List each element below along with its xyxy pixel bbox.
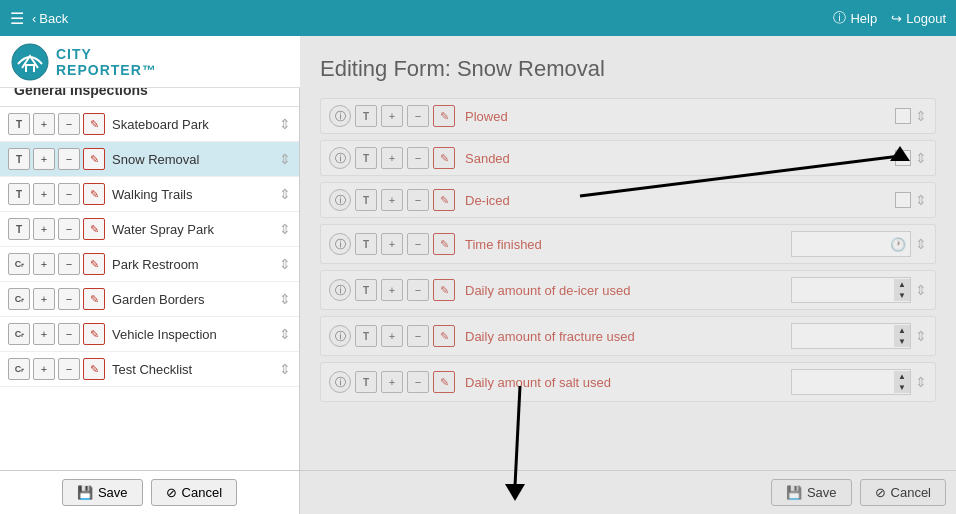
type-button[interactable]: Cᵣ	[8, 323, 30, 345]
sidebar-cancel-button[interactable]: ⊘ Cancel	[151, 479, 237, 506]
add-button[interactable]: +	[33, 253, 55, 275]
add-button[interactable]: +	[33, 183, 55, 205]
spinner-down[interactable]: ▼	[894, 290, 910, 301]
drag-handle[interactable]: ⇕	[279, 186, 291, 202]
spinner-up[interactable]: ▲	[894, 325, 910, 336]
drag-handle[interactable]: ⇕	[279, 221, 291, 237]
edit-button[interactable]: ✎	[83, 218, 105, 240]
type-button[interactable]: T	[8, 183, 30, 205]
type-button[interactable]: T	[8, 113, 30, 135]
type-button[interactable]: T	[355, 325, 377, 347]
remove-button[interactable]: −	[407, 279, 429, 301]
checkbox-input[interactable]	[895, 192, 911, 208]
remove-button[interactable]: −	[407, 189, 429, 211]
remove-button[interactable]: −	[407, 147, 429, 169]
edit-button[interactable]: ✎	[433, 371, 455, 393]
edit-button[interactable]: ✎	[83, 148, 105, 170]
drag-handle[interactable]: ⇕	[915, 282, 927, 298]
drag-handle[interactable]: ⇕	[915, 236, 927, 252]
spinner-up[interactable]: ▲	[894, 279, 910, 290]
number-input[interactable]: ▲ ▼	[791, 369, 911, 395]
spinner-up[interactable]: ▲	[894, 371, 910, 382]
add-button[interactable]: +	[33, 288, 55, 310]
drag-handle[interactable]: ⇕	[279, 151, 291, 167]
remove-button[interactable]: −	[58, 148, 80, 170]
time-input[interactable]: 🕐	[791, 231, 911, 257]
type-button[interactable]: T	[355, 105, 377, 127]
drag-handle[interactable]: ⇕	[279, 326, 291, 342]
type-button[interactable]: T	[355, 279, 377, 301]
add-button[interactable]: +	[33, 148, 55, 170]
checkbox-input[interactable]	[895, 150, 911, 166]
type-button[interactable]: T	[8, 218, 30, 240]
spinner-down[interactable]: ▼	[894, 336, 910, 347]
add-button[interactable]: +	[381, 147, 403, 169]
info-button[interactable]: ⓘ	[329, 105, 351, 127]
add-button[interactable]: +	[381, 233, 403, 255]
remove-button[interactable]: −	[407, 371, 429, 393]
add-button[interactable]: +	[381, 371, 403, 393]
remove-button[interactable]: −	[58, 113, 80, 135]
sidebar-save-button[interactable]: 💾 Save	[62, 479, 143, 506]
info-button[interactable]: ⓘ	[329, 233, 351, 255]
drag-handle[interactable]: ⇕	[915, 374, 927, 390]
info-button[interactable]: ⓘ	[329, 371, 351, 393]
back-button[interactable]: ‹ Back	[32, 11, 68, 26]
type-button[interactable]: Cᵣ	[8, 253, 30, 275]
edit-button[interactable]: ✎	[433, 233, 455, 255]
edit-button[interactable]: ✎	[433, 189, 455, 211]
type-button[interactable]: T	[355, 233, 377, 255]
add-button[interactable]: +	[381, 325, 403, 347]
drag-handle[interactable]: ⇕	[279, 256, 291, 272]
info-button[interactable]: ⓘ	[329, 279, 351, 301]
edit-button[interactable]: ✎	[83, 288, 105, 310]
drag-handle[interactable]: ⇕	[279, 116, 291, 132]
main-cancel-button[interactable]: ⊘ Cancel	[860, 479, 946, 506]
edit-button[interactable]: ✎	[83, 358, 105, 380]
drag-handle[interactable]: ⇕	[915, 328, 927, 344]
edit-button[interactable]: ✎	[83, 323, 105, 345]
remove-button[interactable]: −	[407, 105, 429, 127]
remove-button[interactable]: −	[58, 323, 80, 345]
add-button[interactable]: +	[33, 113, 55, 135]
drag-handle[interactable]: ⇕	[279, 361, 291, 377]
edit-button[interactable]: ✎	[83, 183, 105, 205]
drag-handle[interactable]: ⇕	[279, 291, 291, 307]
add-button[interactable]: +	[381, 105, 403, 127]
logout-link[interactable]: ↪ Logout	[891, 11, 946, 26]
type-button[interactable]: Cᵣ	[8, 358, 30, 380]
edit-button[interactable]: ✎	[433, 105, 455, 127]
info-button[interactable]: ⓘ	[329, 147, 351, 169]
edit-button[interactable]: ✎	[83, 113, 105, 135]
remove-button[interactable]: −	[58, 183, 80, 205]
hamburger-icon[interactable]: ☰	[10, 9, 24, 28]
drag-handle[interactable]: ⇕	[915, 192, 927, 208]
edit-button[interactable]: ✎	[433, 279, 455, 301]
remove-button[interactable]: −	[58, 288, 80, 310]
drag-handle[interactable]: ⇕	[915, 108, 927, 124]
remove-button[interactable]: −	[58, 218, 80, 240]
info-button[interactable]: ⓘ	[329, 325, 351, 347]
add-button[interactable]: +	[33, 358, 55, 380]
edit-button[interactable]: ✎	[83, 253, 105, 275]
number-input[interactable]: ▲ ▼	[791, 277, 911, 303]
remove-button[interactable]: −	[407, 233, 429, 255]
main-save-button[interactable]: 💾 Save	[771, 479, 852, 506]
type-button[interactable]: T	[355, 371, 377, 393]
number-input[interactable]: ▲ ▼	[791, 323, 911, 349]
type-button[interactable]: T	[8, 148, 30, 170]
help-link[interactable]: ⓘ Help	[833, 9, 877, 27]
spinner-down[interactable]: ▼	[894, 382, 910, 393]
edit-button[interactable]: ✎	[433, 147, 455, 169]
info-button[interactable]: ⓘ	[329, 189, 351, 211]
add-button[interactable]: +	[33, 218, 55, 240]
checkbox-input[interactable]	[895, 108, 911, 124]
type-button[interactable]: Cᵣ	[8, 288, 30, 310]
remove-button[interactable]: −	[58, 358, 80, 380]
remove-button[interactable]: −	[407, 325, 429, 347]
drag-handle[interactable]: ⇕	[915, 150, 927, 166]
type-button[interactable]: T	[355, 189, 377, 211]
add-button[interactable]: +	[33, 323, 55, 345]
edit-button[interactable]: ✎	[433, 325, 455, 347]
add-button[interactable]: +	[381, 279, 403, 301]
